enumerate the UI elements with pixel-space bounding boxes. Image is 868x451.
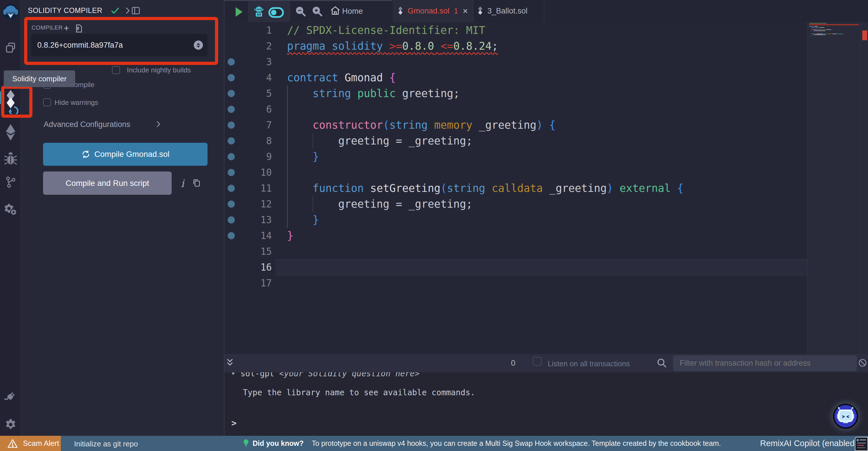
minimap-line — [814, 26, 818, 27]
solidity-compiler-tooltip: Solidity compiler — [4, 71, 75, 87]
terminal-output[interactable] — [224, 372, 868, 436]
remix-logo[interactable] — [0, 3, 21, 20]
settings-icon[interactable] — [0, 418, 21, 431]
git-init-button[interactable]: Initialize as git repo — [74, 440, 138, 448]
code-line-5: string public greeting; — [287, 86, 460, 102]
code-line-2: pragma solidity >=0.8.0 <=0.8.24; — [287, 38, 498, 54]
minimap-line — [814, 30, 826, 31]
clear-terminal-icon[interactable] — [858, 359, 867, 368]
git-icon[interactable] — [0, 175, 21, 189]
minimap-line — [814, 34, 826, 35]
minimap-error-line — [809, 24, 859, 25]
copy-icon[interactable] — [192, 178, 202, 189]
advanced-configurations-label[interactable]: Advanced Configurations — [43, 120, 130, 129]
plugin-manager-icon[interactable] — [0, 390, 21, 403]
tab-gmonad[interactable]: Gmonad.sol 1 × — [393, 0, 473, 22]
gutter-dot[interactable] — [228, 169, 235, 176]
minimap-line — [811, 34, 816, 34]
code-line-7: constructor(string memory _greeting) { — [287, 117, 556, 133]
minimap-line — [832, 29, 833, 30]
unit-testing-icon[interactable] — [0, 203, 21, 216]
scam-alert-badge[interactable]: Scam Alert — [0, 436, 61, 451]
tab-ballot[interactable]: 3_Ballot.sol — [473, 0, 544, 22]
corner-preview-thumbnail — [855, 437, 868, 451]
gutter-dot[interactable] — [228, 232, 235, 239]
minimap-line — [811, 27, 815, 28]
line-number: 1 — [224, 22, 272, 38]
panel-title: SOLIDITY COMPILER — [28, 6, 102, 15]
terminal-search-icon[interactable] — [656, 357, 667, 369]
transaction-count: 0 — [511, 359, 516, 368]
code-line-4: contract Gmonad { — [287, 70, 396, 86]
include-nightly-checkbox[interactable] — [112, 66, 120, 74]
advanced-config-chevron-icon[interactable] — [154, 120, 162, 129]
info-icon[interactable]: i — [181, 177, 184, 189]
transaction-filter-input[interactable] — [673, 355, 857, 371]
gutter-dot[interactable] — [228, 106, 235, 113]
hide-warnings-checkbox[interactable] — [43, 98, 51, 106]
debugger-icon[interactable] — [0, 152, 21, 166]
warning-triangle-icon — [7, 439, 18, 448]
code-line-11: function setGreeting(string calldata _gr… — [287, 180, 683, 196]
copilot-toggle[interactable] — [268, 7, 284, 18]
line-number: 2 — [224, 38, 272, 54]
solidity-compiler-panel — [21, 0, 224, 436]
listen-all-checkbox[interactable] — [533, 357, 541, 366]
listen-all-label[interactable]: Listen on all transactions — [548, 359, 630, 368]
tab-gmonad-badge: 1 — [454, 7, 458, 16]
gutter-dot[interactable] — [228, 153, 235, 160]
compile-and-run-button[interactable]: Compile and Run script — [43, 171, 172, 195]
terminal-prompt[interactable]: > — [231, 418, 237, 428]
remixai-copilot-bubble[interactable] — [833, 403, 858, 429]
gutter-dot[interactable] — [228, 90, 235, 97]
compile-success-check-icon — [110, 6, 120, 17]
hide-warnings-label[interactable]: Hide warnings — [55, 98, 98, 107]
gutter-dot[interactable] — [228, 74, 235, 81]
tab-divider-2 — [544, 0, 544, 22]
minimap-line — [819, 27, 825, 28]
minimap-line — [831, 29, 832, 30]
deploy-run-icon[interactable] — [0, 123, 21, 141]
code-line-14: } — [287, 228, 293, 244]
zoom-out-icon[interactable] — [295, 6, 306, 19]
minimap-line — [823, 34, 827, 34]
home-tab[interactable]: Home — [342, 7, 363, 16]
gutter-dot[interactable] — [228, 216, 235, 224]
compile-button-label: Compile Gmonad.sol — [94, 150, 169, 159]
annotation-box-compiler-icon — [1, 86, 32, 118]
home-icon[interactable] — [330, 5, 340, 17]
minimap[interactable] — [807, 22, 868, 354]
run-script-play-icon[interactable] — [235, 7, 243, 19]
remixai-robot-icon[interactable] — [253, 6, 265, 20]
pin-panel-icon[interactable] — [131, 7, 140, 16]
minimap-line — [838, 34, 843, 34]
minimap-divider — [860, 22, 861, 354]
gutter-dot[interactable] — [228, 200, 235, 208]
include-nightly-label[interactable]: Include nightly builds — [127, 66, 191, 74]
tab-gmonad-label: Gmonad.sol — [408, 7, 450, 16]
solidity-file-icon — [397, 6, 404, 17]
did-you-know-text: To prototype on a uniswap v4 hooks, you … — [312, 439, 721, 448]
annotation-box-compiler-section — [24, 17, 218, 65]
file-explorer-icon[interactable] — [0, 41, 21, 54]
minimap-line — [815, 27, 818, 28]
panel-collapse-chevron-icon[interactable] — [123, 7, 131, 16]
scam-alert-label: Scam Alert — [23, 439, 59, 448]
compile-button[interactable]: Compile Gmonad.sol — [43, 143, 208, 166]
tab-ballot-label: 3_Ballot.sol — [487, 7, 528, 16]
minimap-line — [827, 34, 832, 34]
minimap-line — [811, 36, 812, 36]
lightbulb-icon — [242, 439, 250, 449]
terminal-expand-icon[interactable] — [226, 358, 234, 369]
minimap-line — [826, 29, 831, 30]
gutter-dot[interactable] — [228, 58, 235, 65]
gutter-dot[interactable] — [228, 121, 235, 129]
zoom-in-icon[interactable] — [312, 6, 322, 19]
gutter-dot[interactable] — [228, 137, 235, 144]
minimap-line — [811, 29, 817, 30]
icon-rail — [0, 0, 21, 436]
compile-refresh-icon — [81, 150, 90, 159]
gutter-dot[interactable] — [228, 185, 235, 192]
line-number: 16 — [224, 259, 272, 275]
tab-close-icon[interactable]: × — [463, 6, 468, 17]
